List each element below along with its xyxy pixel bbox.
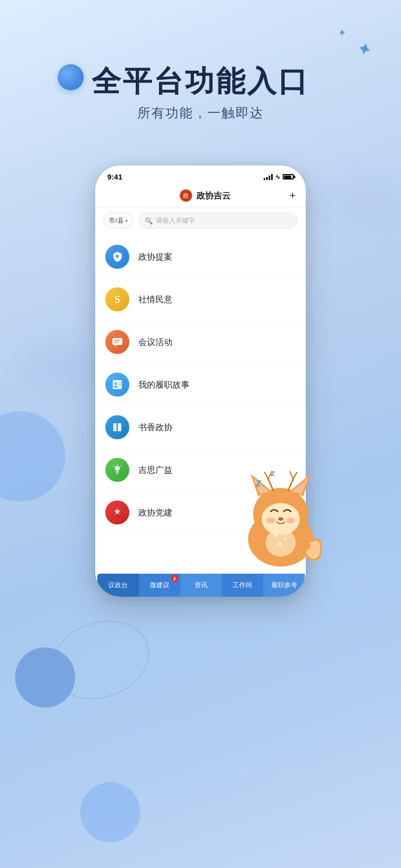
tab-label-3: 资讯 (194, 581, 208, 590)
svg-rect-11 (116, 471, 119, 472)
status-time: 9:41 (107, 172, 122, 181)
bg-blob-1 (291, 150, 401, 251)
menu-label-5: 书香政协 (138, 422, 172, 433)
app-header-center: 政 政协吉云 (179, 189, 231, 202)
menu-item-2[interactable]: S 社情民意 (95, 278, 306, 321)
shield-icon (111, 251, 123, 263)
menu-icon-5 (105, 415, 129, 439)
menu-icon-7 (105, 500, 129, 525)
battery-icon (283, 174, 294, 180)
svg-line-32 (288, 479, 293, 490)
svg-line-29 (268, 479, 273, 490)
svg-point-23 (278, 517, 283, 521)
lightbulb-icon (111, 464, 123, 476)
svg-point-37 (277, 542, 282, 547)
svg-point-6 (114, 382, 117, 385)
phone-notch (168, 165, 233, 180)
tab-label-1: 议政台 (108, 581, 128, 590)
tab-badge-2: 2 (171, 575, 178, 582)
svg-point-24 (266, 517, 275, 524)
menu-label-4: 我的履职故事 (138, 379, 189, 391)
tab-label-4: 工作间 (233, 581, 252, 590)
svg-rect-12 (116, 473, 118, 474)
svg-line-30 (265, 472, 268, 479)
add-button[interactable]: + (289, 189, 296, 202)
menu-label-1: 政协提案 (138, 251, 172, 263)
app-header: 政 政协吉云 + (95, 185, 306, 208)
menu-icon-3 (105, 330, 129, 354)
menu-icon-6 (105, 458, 129, 482)
search-placeholder: 请输入关键字 (156, 216, 195, 225)
fox-svg (226, 461, 336, 572)
fox-mascot: z z (226, 461, 336, 582)
menu-label-2: 社情民意 (138, 294, 172, 305)
svg-line-34 (290, 471, 293, 479)
menu-icon-4 (105, 373, 129, 397)
menu-icon-1 (105, 245, 129, 269)
svg-point-36 (283, 538, 286, 541)
menu-label-7: 政协党建 (138, 507, 172, 518)
search-icon: 🔍 (145, 217, 153, 225)
chat-icon (111, 336, 123, 348)
menu-item-5[interactable]: 书香政协 (95, 406, 306, 449)
battery-fill (284, 176, 291, 179)
menu-icon-2: S (105, 287, 129, 311)
app-title: 政协吉云 (196, 190, 231, 202)
bg-circle-1 (0, 411, 65, 501)
svg-marker-2 (114, 345, 116, 347)
sleep-z2: z (271, 469, 275, 478)
location-label: 市/县 (109, 216, 124, 225)
page-title: 全平台功能入口 (0, 65, 401, 97)
svg-line-14 (120, 466, 121, 467)
book-icon (111, 421, 123, 433)
star-decoration-1: ✦ (355, 39, 373, 61)
chevron-down-icon: ▾ (125, 218, 128, 224)
cppcc-logo: 政 (179, 189, 192, 202)
menu-item-3[interactable]: 会议活动 (95, 321, 306, 364)
tab-weijianyi[interactable]: 微建议 2 (139, 574, 180, 597)
phone-mockup: 9:41 ∿ (95, 165, 306, 597)
svg-rect-1 (112, 338, 122, 345)
page-header: 全平台功能入口 所有功能，一触即达 (0, 65, 401, 122)
bg-circle-2 (80, 782, 140, 842)
cppcc-emblem-text: 政 (183, 192, 188, 200)
svg-line-33 (293, 472, 297, 479)
sleep-z1: z (256, 476, 261, 489)
star-decoration-2: ✦ (337, 27, 347, 39)
menu-item-4[interactable]: 我的履职故事 (95, 364, 306, 406)
svg-point-10 (115, 466, 120, 471)
search-input-wrapper[interactable]: 🔍 请输入关键字 (138, 213, 298, 229)
tab-zixun[interactable]: 资讯 (180, 574, 222, 597)
svg-point-0 (116, 255, 119, 258)
person-card-icon (111, 379, 123, 391)
search-row: 市/县 ▾ 🔍 请输入关键字 (95, 208, 306, 234)
tab-label-5: 履职参考 (271, 581, 297, 590)
party-icon (111, 506, 123, 518)
svg-line-15 (114, 466, 115, 467)
menu-label-6: 吉思广益 (138, 464, 172, 476)
signal-bars-icon (264, 174, 273, 180)
status-icons: ∿ (264, 173, 294, 181)
svg-point-35 (274, 534, 278, 538)
menu-item-1[interactable]: 政协提案 (95, 236, 306, 278)
tab-label-2: 微建议 (150, 581, 169, 590)
svg-point-25 (286, 517, 295, 524)
wifi-icon: ∿ (275, 173, 280, 181)
s-letter-icon: S (114, 294, 120, 305)
menu-label-3: 会议活动 (138, 336, 172, 348)
page-subtitle: 所有功能，一触即达 (0, 104, 401, 122)
tab-yizhengtai[interactable]: 议政台 (97, 574, 139, 597)
location-select[interactable]: 市/县 ▾ (103, 213, 133, 229)
